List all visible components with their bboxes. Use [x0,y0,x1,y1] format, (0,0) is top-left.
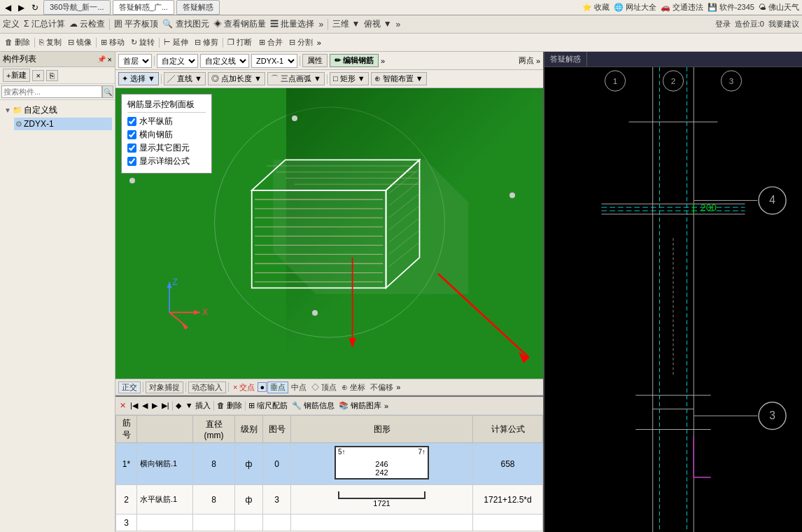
custom-line-select[interactable]: 自定义线 [200,54,249,68]
menu-view[interactable]: 俯视 ▼ [364,18,391,30]
zdyx-select[interactable]: ZDYX-1 [251,54,297,68]
snap-more[interactable]: » [396,383,400,391]
bookmark-5[interactable]: 🌤 佛山天气 [759,2,799,13]
right-panel: 答疑解惑 [543,52,802,532]
bookmark-1[interactable]: ⭐ 收藏 [582,2,610,13]
tool-rotate[interactable]: ↻ 旋转 [129,37,157,48]
nav-next[interactable]: ▶ [150,401,159,410]
new-component-btn[interactable]: + 新建 [3,69,30,82]
search-btn[interactable]: 🔍 [102,85,113,98]
btn-rebar-lib[interactable]: 📚 钢筋图库 [337,400,383,411]
menu-3d[interactable]: 三维 ▼ [332,18,360,30]
tree-node-root[interactable]: ▼ 📁 自定义线 [3,103,112,118]
nav-prev[interactable]: ◀ [141,401,149,410]
floor-select[interactable]: 首层 [118,54,152,68]
mode-snap[interactable]: 对象捕捉 [146,382,183,393]
menu-batch-sel[interactable]: ☰ 批量选择 [270,18,314,30]
browser-tab-2[interactable]: 答疑解惑_广... [113,0,174,15]
tool-mirror[interactable]: ⊟ 镜像 [66,37,94,48]
tool-merge[interactable]: ⊞ 合并 [257,37,285,48]
mode-ortho[interactable]: 正交 [118,382,141,393]
bookmark-4[interactable]: 💾 软件-2345 [708,2,754,13]
draw-line-btn[interactable]: ╱ 直线 ▼ [164,72,206,85]
menu-define[interactable]: 定义 [3,18,20,30]
menu-suggest[interactable]: 我要建议 [768,19,799,29]
sep2 [96,38,97,48]
toolbar-more[interactable]: » [381,57,385,65]
draw-select-btn[interactable]: ✦ 选择 ▼ [118,72,159,85]
browser-refresh-btn[interactable]: ↻ [29,3,41,13]
checkbox-horizontal[interactable] [127,117,136,126]
browser-back-btn[interactable]: ◀ [3,3,13,13]
option-other-elements[interactable]: 显示其它图元 [127,142,206,154]
properties-btn[interactable]: 属性 [302,54,328,67]
menu-score[interactable]: 造价豆:0 [735,19,764,29]
snap-perp[interactable]: 垂点 [267,382,288,393]
snap-x[interactable]: × 交点 [231,382,257,393]
cad-drawing-area[interactable]: 200 4 3 [544,67,802,532]
menu-rebar-qty[interactable]: ◈ 查看钢筋量 [213,18,266,30]
table-row[interactable]: 2 水平纵筋.1 8 ф 3 [116,485,543,514]
sep1 [109,19,110,30]
option-transverse[interactable]: 横向钢筋 [127,129,206,141]
canvas-viewport[interactable]: 钢筋显示控制面板 水平纵筋 横向钢筋 显示其它图元 显示详细公式 [115,88,543,379]
right-tab-1[interactable]: 答疑解惑 [544,52,587,66]
nav-last[interactable]: ▶| [160,401,171,410]
btn-rebar-info[interactable]: 🔧 钢筋信息 [290,400,336,411]
btn-scale[interactable]: ⊞ 缩尺配筋 [247,400,289,411]
tool-trim[interactable]: ⊟ 修剪 [192,37,220,48]
menu-find[interactable]: 🔍 查找图元 [162,18,209,30]
menu-cloud[interactable]: ☁ 云检查 [69,18,105,30]
menu-calc[interactable]: Σ 汇总计算 [24,18,65,30]
browser-tab-3[interactable]: 答疑解惑 [176,0,220,15]
btn-delete[interactable]: 🗑 删除 [216,400,244,411]
close-panel-btn[interactable]: × [108,55,112,64]
two-points-more[interactable]: » [536,57,540,65]
draw-smart-btn[interactable]: ⊕ 智能布置 ▼ [371,72,427,85]
tool-extend[interactable]: ⊢ 延伸 [162,37,190,48]
copy-component-btn[interactable]: ⎘ [46,70,58,81]
tool-copy[interactable]: ⎘ 复制 [37,37,64,48]
tool-delete[interactable]: 🗑 删除 [3,37,32,48]
tool-break[interactable]: ❒ 打断 [225,37,254,48]
nav-diamond[interactable]: ◆ [174,401,183,410]
snap-vertex[interactable]: ◇ 顶点 [309,382,339,393]
menu-login[interactable]: 登录 [715,19,731,29]
checkbox-formula[interactable] [127,157,136,166]
tool-move[interactable]: ⊞ 移动 [99,37,127,48]
snap-perp-dot[interactable]: ● [258,382,267,392]
edit-rebar-btn[interactable]: ✏ 编辑钢筋 [330,54,379,67]
delete-component-btn[interactable]: × [32,70,43,81]
draw-point-len-btn[interactable]: ◎ 点加长度 ▼ [208,72,265,85]
nav-first[interactable]: |◀ [129,401,139,410]
pin-icon[interactable]: 📌 [97,55,106,64]
nav-insert[interactable]: ▼ 插入 [184,400,212,411]
draw-rect-btn[interactable]: □ 矩形 ▼ [330,72,369,85]
browser-forward-btn[interactable]: ▶ [16,3,27,13]
option-horizontal[interactable]: 水平纵筋 [127,115,206,127]
snap-mid[interactable]: 中点 [289,382,309,393]
close-bottom[interactable]: ✕ [118,401,127,410]
option-formula[interactable]: 显示详细公式 [127,155,206,167]
tree-node-zdyx1[interactable]: ⚙ ZDYX-1 [14,118,112,130]
menu-more1[interactable]: » [318,20,323,29]
browser-tab-1[interactable]: 360导航_新一... [43,0,111,15]
checkbox-other[interactable] [127,144,136,153]
mode-dynamic[interactable]: 动态输入 [188,382,226,393]
tool-more[interactable]: » [317,38,321,47]
table-row[interactable]: 3 [116,514,543,531]
checkbox-transverse[interactable] [127,130,136,139]
bottom-more[interactable]: » [384,402,388,410]
bookmark-2[interactable]: 🌐 网址大全 [614,2,656,13]
table-row[interactable]: 1* 横向钢筋.1 8 ф 0 [116,443,543,485]
menu-more2[interactable]: » [396,20,401,29]
menu-align-top[interactable]: 囲 平齐板顶 [114,18,158,30]
custom-select[interactable]: 自定义 [157,54,198,68]
snap-coord[interactable]: ⊕ 坐标 [339,382,367,393]
tool-split[interactable]: ⊟ 分割 [287,37,315,48]
search-input[interactable] [1,85,102,98]
bookmark-3[interactable]: 🚗 交通违法 [661,2,703,13]
snap-nooffset[interactable]: 不偏移 [368,382,395,393]
draw-arc-btn[interactable]: ⌒ 三点画弧 ▼ [267,72,325,85]
cell-figure-2: 1721 [291,485,473,514]
